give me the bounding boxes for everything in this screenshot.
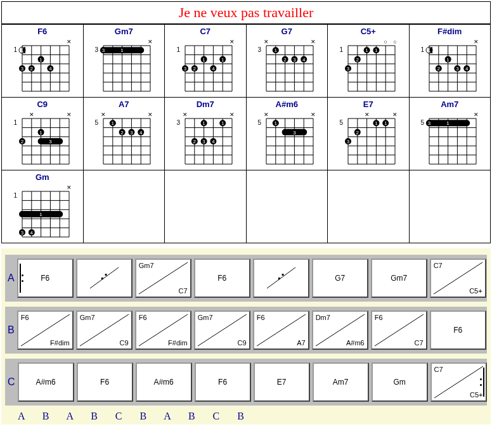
measure: F6 bbox=[430, 310, 486, 350]
chord-diagram: 1✕11324 bbox=[174, 38, 237, 96]
row-label: A bbox=[8, 272, 15, 284]
measure: F6F#dim bbox=[17, 310, 74, 350]
svg-text:3: 3 bbox=[258, 46, 262, 53]
svg-text:3: 3 bbox=[202, 139, 205, 144]
chord-diagram: 5✕✕1234 bbox=[92, 111, 155, 169]
svg-text:3: 3 bbox=[102, 48, 105, 53]
chord-br: C7 bbox=[179, 287, 188, 295]
chord-diagram: 5✕13 bbox=[418, 111, 481, 169]
chord-name: A#m6 bbox=[247, 99, 327, 109]
chord-center: F6 bbox=[431, 326, 485, 335]
svg-text:1: 1 bbox=[112, 120, 115, 126]
svg-text:✕: ✕ bbox=[183, 112, 188, 118]
svg-text:○: ○ bbox=[393, 39, 396, 45]
svg-text:1: 1 bbox=[39, 212, 42, 217]
chord-diagram-table: F61✕11324Gm73✕13C71✕11324G73✕✕1234C5+1○○… bbox=[1, 24, 491, 243]
row-label: B bbox=[8, 324, 15, 336]
chord-tl: Dm7 bbox=[316, 314, 330, 321]
svg-text:✕: ✕ bbox=[364, 112, 369, 118]
chord-cell: A75✕✕1234 bbox=[83, 98, 165, 170]
measure: Gm7C9 bbox=[194, 310, 250, 350]
svg-text:3: 3 bbox=[49, 139, 52, 144]
svg-text:1: 1 bbox=[202, 120, 205, 126]
svg-text:5: 5 bbox=[258, 119, 262, 126]
svg-text:4: 4 bbox=[302, 57, 306, 63]
measure: E7 bbox=[254, 362, 310, 402]
svg-text:4: 4 bbox=[49, 66, 52, 72]
song-structure: A B A B C B A B C B bbox=[18, 411, 487, 422]
chord-name: Dm7 bbox=[165, 99, 245, 109]
svg-text:2: 2 bbox=[193, 139, 196, 144]
svg-text:3: 3 bbox=[293, 130, 296, 136]
svg-text:1: 1 bbox=[221, 120, 224, 126]
svg-text:2: 2 bbox=[437, 66, 441, 72]
svg-text:✕: ✕ bbox=[392, 112, 398, 118]
svg-text:1: 1 bbox=[375, 120, 378, 126]
svg-text:2: 2 bbox=[21, 139, 24, 144]
progression-panel: A F6··Gm7C7F6··G7Gm7C7C5+ B F6F#dimGm7C9… bbox=[1, 248, 491, 425]
chord-cell: Am75✕13 bbox=[409, 98, 491, 170]
measure: A#m6 bbox=[18, 362, 74, 402]
svg-text:3: 3 bbox=[456, 66, 459, 72]
svg-text:3: 3 bbox=[130, 130, 133, 136]
chord-diagram: 1○○1123 bbox=[337, 38, 400, 96]
svg-text:4: 4 bbox=[139, 130, 143, 136]
chord-cell: E75✕✕1123 bbox=[328, 98, 410, 170]
svg-text:1: 1 bbox=[447, 57, 450, 63]
row-label: C bbox=[8, 376, 15, 388]
measure: F6 bbox=[195, 362, 251, 402]
svg-text:✕: ✕ bbox=[148, 112, 153, 118]
svg-text:1: 1 bbox=[421, 46, 425, 53]
svg-text:○: ○ bbox=[384, 39, 387, 45]
svg-text:4: 4 bbox=[212, 66, 215, 72]
chord-center: E7 bbox=[255, 378, 309, 387]
svg-text:✕: ✕ bbox=[311, 39, 316, 45]
svg-text:1: 1 bbox=[384, 120, 387, 126]
svg-text:2: 2 bbox=[284, 57, 287, 63]
measure: ·· bbox=[253, 259, 309, 298]
svg-text:1: 1 bbox=[39, 130, 42, 136]
chord-center: Gm bbox=[373, 378, 427, 387]
chord-center: F6 bbox=[196, 378, 250, 387]
measure: F6 bbox=[77, 362, 133, 402]
svg-text:✕: ✕ bbox=[264, 112, 269, 118]
svg-text:3: 3 bbox=[176, 119, 180, 126]
chord-cell: F#dim1✕11234 bbox=[409, 25, 491, 98]
svg-text:3: 3 bbox=[428, 120, 431, 126]
chord-center: A#m6 bbox=[19, 378, 73, 387]
svg-text:1: 1 bbox=[428, 48, 431, 53]
chord-center: Am7 bbox=[314, 378, 368, 387]
chord-diagram: 3✕✕11234 bbox=[174, 111, 237, 169]
svg-text:✕: ✕ bbox=[101, 112, 106, 118]
chord-tl: C7 bbox=[434, 366, 443, 373]
svg-text:1: 1 bbox=[339, 46, 343, 53]
chord-br: F#dim bbox=[50, 339, 70, 347]
prog-row-a: A F6··Gm7C7F6··G7Gm7C7C5+ bbox=[5, 255, 487, 302]
chord-diagram: 3✕✕1234 bbox=[255, 38, 318, 96]
chord-cell: C91✕✕312 bbox=[2, 98, 84, 170]
svg-text:1: 1 bbox=[13, 119, 17, 126]
measure: F6F#dim bbox=[135, 310, 191, 350]
chord-cell bbox=[83, 170, 165, 243]
svg-text:✕: ✕ bbox=[474, 112, 479, 118]
chord-center: F6 bbox=[195, 274, 249, 283]
chord-tl: C7 bbox=[434, 262, 443, 269]
chord-tl: F6 bbox=[257, 314, 265, 321]
chord-center: F6 bbox=[78, 378, 132, 387]
measure: F6 bbox=[17, 259, 74, 298]
chord-center: G7 bbox=[313, 274, 367, 283]
chord-name: E7 bbox=[328, 99, 408, 109]
chord-diagram: 1✕134 bbox=[11, 184, 74, 242]
measure: Gm7 bbox=[371, 259, 427, 298]
chord-cell: Gm1✕134 bbox=[2, 170, 84, 243]
measure: Dm7A#m6 bbox=[312, 310, 368, 350]
svg-text:2: 2 bbox=[356, 57, 359, 63]
measure: ·· bbox=[76, 259, 133, 298]
chord-cell bbox=[246, 170, 328, 243]
chord-br: A#m6 bbox=[346, 339, 365, 347]
svg-text:1: 1 bbox=[275, 48, 278, 53]
measure: A#m6 bbox=[136, 362, 192, 402]
chord-cell: Dm73✕✕11234 bbox=[165, 98, 247, 170]
chord-name: C9 bbox=[3, 99, 82, 109]
svg-text:✕: ✕ bbox=[474, 39, 479, 45]
